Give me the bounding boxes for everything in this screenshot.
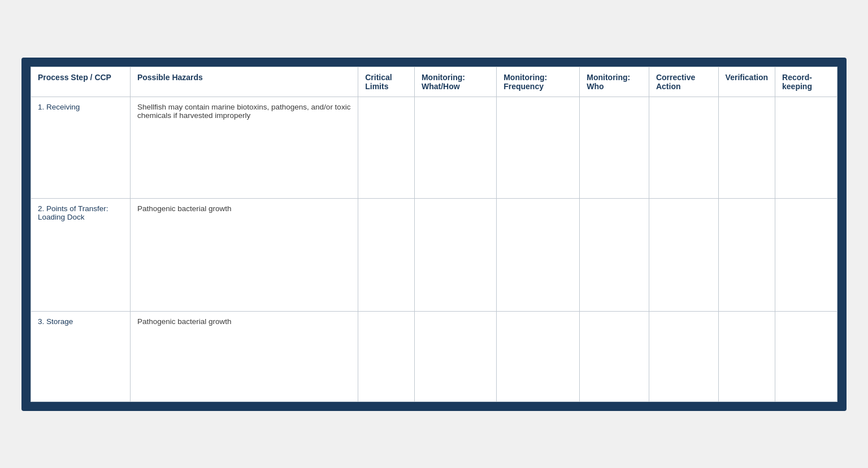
cell-record-keeping-3 (775, 311, 837, 401)
cell-monitoring-frequency-3 (497, 311, 580, 401)
header-verification: Verification (718, 67, 775, 97)
header-monitoring-who: Monitoring: Who (580, 67, 649, 97)
cell-corrective-action-3 (649, 311, 718, 401)
cell-hazard-2: Pathogenic bacterial growth (130, 198, 358, 311)
cell-hazard-3: Pathogenic bacterial growth (130, 311, 358, 401)
table-row: 1. Receiving Shellfish may contain marin… (31, 97, 837, 198)
header-record-keeping: Record-keeping (775, 67, 837, 97)
header-corrective-action: Corrective Action (649, 67, 718, 97)
cell-verification-1 (718, 97, 775, 198)
cell-corrective-action-1 (649, 97, 718, 198)
header-monitoring-what: Monitoring: What/How (414, 67, 496, 97)
haccp-table: Process Step / CCP Possible Hazards Crit… (31, 67, 837, 402)
cell-hazard-1: Shellfish may contain marine biotoxins, … (130, 97, 358, 198)
table-wrapper: Process Step / CCP Possible Hazards Crit… (21, 58, 847, 411)
cell-monitoring-what-3 (414, 311, 496, 401)
table-row: 2. Points of Transfer: Loading Dock Path… (31, 198, 837, 311)
header-monitoring-frequency: Monitoring: Frequency (497, 67, 580, 97)
cell-critical-limits-1 (358, 97, 415, 198)
cell-process-step-1: 1. Receiving (31, 97, 131, 198)
cell-process-step-2: 2. Points of Transfer: Loading Dock (31, 198, 131, 311)
cell-record-keeping-1 (775, 97, 837, 198)
cell-monitoring-frequency-2 (497, 198, 580, 311)
header-process-step: Process Step / CCP (31, 67, 131, 97)
cell-verification-2 (718, 198, 775, 311)
cell-monitoring-what-1 (414, 97, 496, 198)
cell-monitoring-who-3 (580, 311, 649, 401)
cell-verification-3 (718, 311, 775, 401)
cell-monitoring-who-2 (580, 198, 649, 311)
cell-monitoring-frequency-1 (497, 97, 580, 198)
cell-corrective-action-2 (649, 198, 718, 311)
header-row: Process Step / CCP Possible Hazards Crit… (31, 67, 837, 97)
header-critical-limits: Critical Limits (358, 67, 415, 97)
cell-monitoring-what-2 (414, 198, 496, 311)
cell-process-step-3: 3. Storage (31, 311, 131, 401)
cell-critical-limits-3 (358, 311, 415, 401)
cell-critical-limits-2 (358, 198, 415, 311)
header-possible-hazards: Possible Hazards (130, 67, 358, 97)
table-row: 3. Storage Pathogenic bacterial growth (31, 311, 837, 401)
cell-record-keeping-2 (775, 198, 837, 311)
cell-monitoring-who-1 (580, 97, 649, 198)
